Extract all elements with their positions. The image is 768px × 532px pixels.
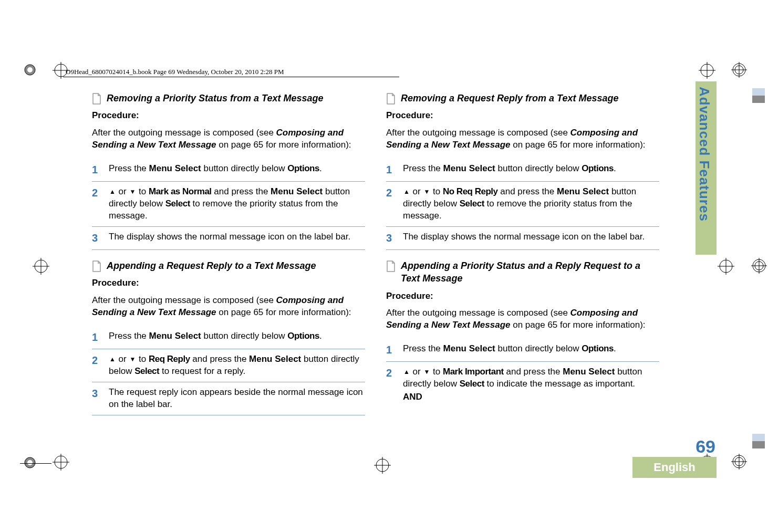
menu-select: Menu Select xyxy=(149,331,201,341)
language-tab: English xyxy=(632,457,717,478)
registration-mark-icon xyxy=(33,258,49,275)
section-title: Appending a Request Reply to a Text Mess… xyxy=(107,259,316,272)
step-number: 2 xyxy=(386,366,395,403)
t: or xyxy=(116,354,129,364)
step-number: 1 xyxy=(92,163,100,177)
svg-point-18 xyxy=(27,460,33,465)
t: and press the xyxy=(504,367,563,377)
right-column: Removing a Request Reply from a Text Mes… xyxy=(386,92,659,415)
down-arrow-icon: ▼ xyxy=(129,187,136,196)
step-row: 1 Press the Menu Select button directly … xyxy=(92,326,365,349)
intro-suffix: on page 65 for more information): xyxy=(216,140,351,150)
step-number: 1 xyxy=(386,343,395,357)
step-number: 2 xyxy=(386,186,395,222)
intro-text: After the outgoing message is composed (… xyxy=(386,307,659,331)
menu-select: Menu Select xyxy=(149,163,201,173)
gutter-mark-icon xyxy=(374,457,391,474)
menu-select: Menu Select xyxy=(249,354,301,364)
color-bar-icon xyxy=(752,434,765,441)
t: or xyxy=(410,186,423,196)
steps-list: 1 Press the Menu Select button directly … xyxy=(386,339,659,408)
intro-suffix: on page 65 for more information): xyxy=(216,307,351,317)
options-label: Options xyxy=(582,343,614,353)
registration-mark-icon xyxy=(699,62,715,79)
section-heading: Removing a Request Reply from a Text Mes… xyxy=(386,92,659,105)
t: Press the xyxy=(403,343,443,353)
procedure-label: Procedure: xyxy=(92,110,365,122)
select-label: Select xyxy=(134,366,159,376)
step-row: 2 ▲ or ▼ to No Req Reply and press the M… xyxy=(386,182,659,227)
steps-list: 1 Press the Menu Select button directly … xyxy=(92,326,365,415)
steps-list: 1 Press the Menu Select button directly … xyxy=(92,159,365,250)
step-number: 1 xyxy=(386,163,395,177)
mark-as-normal-label: Mark as Normal xyxy=(149,186,212,196)
section-title: Appending a Priority Status and a Reply … xyxy=(401,259,659,285)
step-body: ▲ or ▼ to Req Reply and press the Menu S… xyxy=(109,353,365,378)
crop-line-icon xyxy=(20,463,51,464)
document-icon xyxy=(386,260,396,272)
t: and press the xyxy=(212,186,271,196)
t: . xyxy=(614,343,616,353)
step-number: 3 xyxy=(386,231,395,245)
step-row: 2 ▲ or ▼ to Mark as Normal and press the… xyxy=(92,182,365,227)
menu-select: Menu Select xyxy=(443,343,495,353)
step-body: The request reply icon appears beside th… xyxy=(109,387,365,411)
document-icon xyxy=(92,260,101,272)
t: . xyxy=(319,331,322,341)
up-arrow-icon: ▲ xyxy=(403,368,410,376)
t: button directly below xyxy=(495,163,582,173)
intro-text: After the outgoing message is composed (… xyxy=(92,295,365,319)
step-body: Press the Menu Select button directly be… xyxy=(109,330,365,345)
page-content: Removing a Priority Status from a Text M… xyxy=(92,92,670,415)
header-line: O9Head_68007024014_b.book Page 69 Wednes… xyxy=(66,67,284,77)
t: or xyxy=(410,367,423,377)
procedure-label: Procedure: xyxy=(386,110,659,122)
printer-target-icon xyxy=(22,62,38,78)
left-column: Removing a Priority Status from a Text M… xyxy=(92,92,365,415)
select-label: Select xyxy=(460,199,484,208)
menu-select: Menu Select xyxy=(557,186,609,196)
intro-suffix: on page 65 for more information): xyxy=(511,320,646,330)
menu-select: Menu Select xyxy=(563,367,615,377)
side-tab-label: Advanced Features xyxy=(695,87,713,222)
printer-target-icon xyxy=(751,258,767,274)
options-label: Options xyxy=(582,163,614,173)
up-arrow-icon: ▲ xyxy=(109,355,116,363)
t: Press the xyxy=(109,163,149,173)
intro-prefix: After the outgoing message is composed (… xyxy=(92,128,276,138)
svg-point-1 xyxy=(27,67,33,72)
page-number: 69 xyxy=(696,435,715,459)
menu-select: Menu Select xyxy=(443,163,495,173)
step-number: 1 xyxy=(92,330,100,345)
steps-list: 1 Press the Menu Select button directly … xyxy=(386,159,659,250)
intro-text: After the outgoing message is composed (… xyxy=(92,127,365,151)
procedure-label: Procedure: xyxy=(386,290,659,302)
registration-mark-icon xyxy=(718,258,734,275)
printer-target-icon xyxy=(731,454,747,470)
step-row: 3 The display shows the normal message i… xyxy=(92,227,365,250)
req-reply-label: Req Reply xyxy=(149,354,190,364)
step-body: ▲ or ▼ to No Req Reply and press the Men… xyxy=(403,186,659,222)
step-body: The display shows the normal message ico… xyxy=(403,231,659,245)
down-arrow-icon: ▼ xyxy=(129,355,136,363)
menu-select: Menu Select xyxy=(271,186,323,196)
t: to xyxy=(430,367,443,377)
step-body: Press the Menu Select button directly be… xyxy=(109,163,365,177)
step-body: ▲ or ▼ to Mark as Normal and press the M… xyxy=(109,186,365,222)
step-row: 1 Press the Menu Select button directly … xyxy=(386,339,659,362)
t: to xyxy=(136,354,149,364)
intro-prefix: After the outgoing message is composed (… xyxy=(92,295,276,305)
t: or xyxy=(116,186,129,196)
no-req-reply-label: No Req Reply xyxy=(443,186,498,196)
step-row: 1 Press the Menu Select button directly … xyxy=(92,159,365,182)
and-label: AND xyxy=(403,391,659,403)
color-bar-icon xyxy=(752,441,765,448)
t: to xyxy=(136,186,149,196)
step-number: 2 xyxy=(92,186,100,222)
color-bar-icon xyxy=(752,88,765,96)
t: Press the xyxy=(109,331,149,341)
section-heading: Appending a Priority Status and a Reply … xyxy=(386,259,659,285)
document-icon xyxy=(386,93,396,105)
procedure-label: Procedure: xyxy=(92,277,365,289)
intro-prefix: After the outgoing message is composed (… xyxy=(386,308,570,318)
